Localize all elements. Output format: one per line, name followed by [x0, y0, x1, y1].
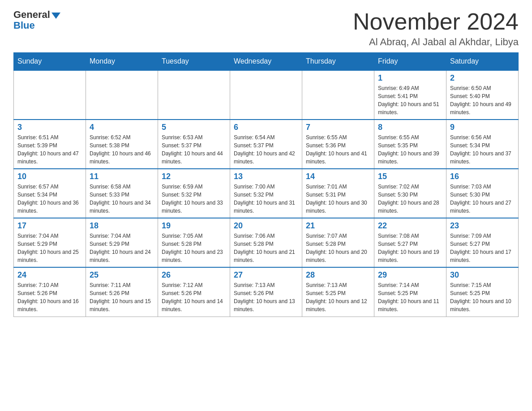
day-info: Sunrise: 7:00 AMSunset: 5:32 PMDaylight:… [234, 183, 298, 215]
day-info: Sunrise: 7:08 AMSunset: 5:27 PMDaylight:… [378, 232, 442, 264]
day-number: 20 [234, 221, 298, 231]
calendar-week-row-5: 24Sunrise: 7:10 AMSunset: 5:26 PMDayligh… [14, 267, 519, 317]
day-number: 26 [162, 270, 226, 280]
calendar-cell: 21Sunrise: 7:07 AMSunset: 5:28 PMDayligh… [302, 218, 374, 267]
month-title: November 2024 [353, 9, 519, 34]
logo: General Blue [13, 9, 60, 31]
day-info: Sunrise: 7:12 AMSunset: 5:26 PMDaylight:… [162, 281, 226, 313]
calendar-cell: 19Sunrise: 7:05 AMSunset: 5:28 PMDayligh… [158, 218, 230, 267]
day-number: 6 [234, 123, 298, 132]
calendar-cell: 16Sunrise: 7:03 AMSunset: 5:30 PMDayligh… [446, 169, 519, 218]
calendar-cell: 24Sunrise: 7:10 AMSunset: 5:26 PMDayligh… [14, 267, 86, 317]
calendar-cell [86, 70, 158, 120]
day-number: 12 [162, 172, 226, 181]
calendar-cell: 9Sunrise: 6:56 AMSunset: 5:34 PMDaylight… [446, 120, 519, 169]
logo-arrow-icon [51, 13, 60, 19]
day-number: 2 [450, 73, 515, 83]
day-number: 19 [162, 221, 226, 231]
calendar-cell: 1Sunrise: 6:49 AMSunset: 5:41 PMDaylight… [374, 70, 446, 120]
day-info: Sunrise: 7:15 AMSunset: 5:25 PMDaylight:… [450, 281, 515, 313]
day-number: 28 [306, 270, 370, 280]
calendar-cell: 7Sunrise: 6:55 AMSunset: 5:36 PMDaylight… [302, 120, 374, 169]
day-number: 15 [378, 172, 442, 181]
day-number: 24 [17, 270, 82, 280]
header-saturday: Saturday [446, 53, 519, 71]
logo-blue-label: Blue [13, 20, 35, 31]
day-info: Sunrise: 6:56 AMSunset: 5:34 PMDaylight:… [450, 133, 515, 166]
day-number: 4 [90, 123, 154, 132]
calendar-week-row-4: 17Sunrise: 7:04 AMSunset: 5:29 PMDayligh… [14, 218, 519, 267]
header-wednesday: Wednesday [230, 53, 302, 71]
calendar-header-row: Sunday Monday Tuesday Wednesday Thursday… [14, 53, 519, 71]
calendar-week-row-2: 3Sunrise: 6:51 AMSunset: 5:39 PMDaylight… [14, 120, 519, 169]
day-info: Sunrise: 7:10 AMSunset: 5:26 PMDaylight:… [17, 281, 82, 313]
header-thursday: Thursday [302, 53, 374, 71]
day-number: 18 [90, 221, 154, 231]
calendar-cell [14, 70, 86, 120]
day-info: Sunrise: 7:02 AMSunset: 5:30 PMDaylight:… [378, 183, 442, 215]
calendar-cell: 15Sunrise: 7:02 AMSunset: 5:30 PMDayligh… [374, 169, 446, 218]
day-number: 30 [450, 270, 515, 280]
day-info: Sunrise: 6:57 AMSunset: 5:34 PMDaylight:… [17, 183, 82, 215]
day-info: Sunrise: 6:53 AMSunset: 5:37 PMDaylight:… [162, 133, 226, 166]
day-number: 3 [17, 123, 82, 132]
day-info: Sunrise: 6:51 AMSunset: 5:39 PMDaylight:… [17, 133, 82, 166]
day-number: 8 [378, 123, 442, 132]
day-number: 10 [17, 172, 82, 181]
calendar-week-row-3: 10Sunrise: 6:57 AMSunset: 5:34 PMDayligh… [14, 169, 519, 218]
calendar-cell: 25Sunrise: 7:11 AMSunset: 5:26 PMDayligh… [86, 267, 158, 317]
day-number: 9 [450, 123, 515, 132]
day-info: Sunrise: 7:13 AMSunset: 5:26 PMDaylight:… [234, 281, 298, 313]
title-section: November 2024 Al Abraq, Al Jabal al Akhd… [353, 9, 519, 48]
calendar-cell: 20Sunrise: 7:06 AMSunset: 5:28 PMDayligh… [230, 218, 302, 267]
calendar-cell: 3Sunrise: 6:51 AMSunset: 5:39 PMDaylight… [14, 120, 86, 169]
logo-general-label: General [13, 9, 50, 21]
day-info: Sunrise: 6:55 AMSunset: 5:35 PMDaylight:… [378, 133, 442, 166]
calendar-cell: 23Sunrise: 7:09 AMSunset: 5:27 PMDayligh… [446, 218, 519, 267]
day-number: 22 [378, 221, 442, 231]
calendar-week-row-1: 1Sunrise: 6:49 AMSunset: 5:41 PMDaylight… [14, 70, 519, 120]
day-info: Sunrise: 7:06 AMSunset: 5:28 PMDaylight:… [234, 232, 298, 264]
day-number: 5 [162, 123, 226, 132]
calendar-cell: 4Sunrise: 6:52 AMSunset: 5:38 PMDaylight… [86, 120, 158, 169]
day-number: 14 [306, 172, 370, 181]
calendar-cell: 11Sunrise: 6:58 AMSunset: 5:33 PMDayligh… [86, 169, 158, 218]
calendar-cell: 28Sunrise: 7:13 AMSunset: 5:25 PMDayligh… [302, 267, 374, 317]
day-info: Sunrise: 7:13 AMSunset: 5:25 PMDaylight:… [306, 281, 370, 313]
calendar-cell: 22Sunrise: 7:08 AMSunset: 5:27 PMDayligh… [374, 218, 446, 267]
day-info: Sunrise: 7:05 AMSunset: 5:28 PMDaylight:… [162, 232, 226, 264]
day-number: 27 [234, 270, 298, 280]
day-info: Sunrise: 6:54 AMSunset: 5:37 PMDaylight:… [234, 133, 298, 166]
logo-general-text: General [13, 9, 60, 21]
calendar-cell: 30Sunrise: 7:15 AMSunset: 5:25 PMDayligh… [446, 267, 519, 317]
day-number: 17 [17, 221, 82, 231]
header-tuesday: Tuesday [158, 53, 230, 71]
day-number: 7 [306, 123, 370, 132]
day-info: Sunrise: 7:01 AMSunset: 5:31 PMDaylight:… [306, 183, 370, 215]
day-number: 1 [378, 73, 442, 83]
day-info: Sunrise: 7:04 AMSunset: 5:29 PMDaylight:… [90, 232, 154, 264]
day-number: 11 [90, 172, 154, 181]
calendar-cell: 8Sunrise: 6:55 AMSunset: 5:35 PMDaylight… [374, 120, 446, 169]
day-number: 16 [450, 172, 515, 181]
calendar-cell: 5Sunrise: 6:53 AMSunset: 5:37 PMDaylight… [158, 120, 230, 169]
day-number: 21 [306, 221, 370, 231]
day-info: Sunrise: 6:58 AMSunset: 5:33 PMDaylight:… [90, 183, 154, 215]
calendar-cell: 14Sunrise: 7:01 AMSunset: 5:31 PMDayligh… [302, 169, 374, 218]
header-sunday: Sunday [14, 53, 86, 71]
day-number: 25 [90, 270, 154, 280]
calendar-cell: 26Sunrise: 7:12 AMSunset: 5:26 PMDayligh… [158, 267, 230, 317]
calendar-cell: 2Sunrise: 6:50 AMSunset: 5:40 PMDaylight… [446, 70, 519, 120]
header-friday: Friday [374, 53, 446, 71]
day-number: 29 [378, 270, 442, 280]
day-info: Sunrise: 7:03 AMSunset: 5:30 PMDaylight:… [450, 183, 515, 215]
day-info: Sunrise: 7:11 AMSunset: 5:26 PMDaylight:… [90, 281, 154, 313]
calendar-cell: 12Sunrise: 6:59 AMSunset: 5:32 PMDayligh… [158, 169, 230, 218]
calendar-cell: 18Sunrise: 7:04 AMSunset: 5:29 PMDayligh… [86, 218, 158, 267]
calendar-cell: 27Sunrise: 7:13 AMSunset: 5:26 PMDayligh… [230, 267, 302, 317]
day-info: Sunrise: 6:59 AMSunset: 5:32 PMDaylight:… [162, 183, 226, 215]
day-info: Sunrise: 6:55 AMSunset: 5:36 PMDaylight:… [306, 133, 370, 166]
day-info: Sunrise: 6:49 AMSunset: 5:41 PMDaylight:… [378, 84, 442, 116]
day-info: Sunrise: 7:09 AMSunset: 5:27 PMDaylight:… [450, 232, 515, 264]
calendar-cell: 13Sunrise: 7:00 AMSunset: 5:32 PMDayligh… [230, 169, 302, 218]
